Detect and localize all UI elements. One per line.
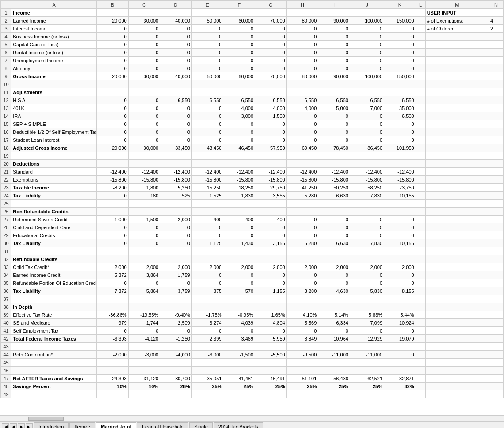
cell-k[interactable]: 10,924 [384,319,416,327]
cell-a[interactable]: Self Employment Tax [11,327,97,335]
cell-j[interactable]: -6,550 [350,96,384,104]
cell-a[interactable]: H S A [11,96,97,104]
cell-h[interactable]: 5,280 [286,192,318,200]
cell-j[interactable]: -2,000 [350,263,384,271]
cell-k[interactable] [384,255,416,263]
cell-g[interactable]: 0 [255,49,287,57]
cell-e[interactable]: 0 [191,128,223,136]
cell-d[interactable]: 0 [160,223,192,231]
cell-j[interactable] [350,208,384,216]
cell-d[interactable] [160,80,192,88]
cell-f[interactable] [223,200,255,208]
cell-e[interactable]: 0 [191,33,223,41]
cell-e[interactable] [191,88,223,96]
cell-b[interactable] [97,80,129,88]
cell-c[interactable]: 0 [128,327,160,335]
cell-j[interactable] [350,160,384,168]
cell-h[interactable]: 0 [286,120,318,128]
cell-d[interactable]: -6,550 [160,96,192,104]
cell-g[interactable]: -1,500 [255,112,287,120]
cell-i[interactable]: -6,550 [318,96,350,104]
cell-d[interactable]: 26% [160,383,192,390]
cell-d[interactable]: -4,000 [160,351,192,359]
cell-g[interactable]: -15,800 [255,176,287,184]
cell-h[interactable]: 0 [286,57,318,64]
cell-i[interactable]: 25% [318,383,350,390]
tab-head-of-household[interactable]: Head of Household [137,422,188,428]
cell-b[interactable]: -1,000 [97,216,129,223]
cell-b[interactable] [97,160,129,168]
cell-c[interactable]: 0 [128,104,160,112]
cell-e[interactable]: -2,000 [191,263,223,271]
cell-k[interactable]: -35,000 [384,104,416,112]
cell-f[interactable] [223,367,255,375]
cell-k[interactable] [384,343,416,351]
cell-f[interactable] [223,160,255,168]
cell-k[interactable]: -12,400 [384,168,416,176]
cell-g[interactable] [255,247,287,255]
cell-j[interactable] [350,390,384,398]
cell-b[interactable]: -6,393 [97,335,129,343]
cell-d[interactable]: 0 [160,279,192,287]
cell-e[interactable]: 0 [191,104,223,112]
cell-j[interactable]: 0 [350,25,384,33]
cell-d[interactable] [160,200,192,208]
cell-i[interactable] [318,367,350,375]
cell-k[interactable]: 150,000 [384,17,416,25]
cell-i[interactable]: 0 [318,112,350,120]
cell-i[interactable]: 0 [318,279,350,287]
cell-g[interactable]: 0 [255,64,287,72]
cell-e[interactable]: 25% [191,383,223,390]
tab-nav-btn-prev[interactable]: ◀ [10,423,17,428]
cell-a[interactable]: Total Federal Income Taxes [11,335,97,343]
cell-c[interactable]: 30,000 [128,17,160,25]
cell-j[interactable]: 0 [350,279,384,287]
cell-k[interactable] [384,208,416,216]
cell-a[interactable] [11,359,97,367]
cell-e[interactable]: 0 [191,231,223,239]
cell-b[interactable] [97,255,129,263]
tab-2014-tax-brackets[interactable]: 2014 Tax Brackets [214,422,263,428]
cell-h[interactable]: 0 [286,64,318,72]
cell-i[interactable] [318,255,350,263]
cell-c[interactable] [128,367,160,375]
cell-i[interactable]: 0 [318,49,350,57]
cell-f[interactable]: 0 [223,128,255,136]
cell-j[interactable] [350,295,384,303]
cell-f[interactable] [223,9,255,17]
cell-h[interactable]: -4,000 [286,104,318,112]
cell-e[interactable] [191,359,223,367]
cell-h[interactable]: 80,000 [286,72,318,80]
cell-j[interactable]: 0 [350,223,384,231]
cell-a[interactable]: SEP + SIMPLE [11,120,97,128]
cell-h[interactable]: 0 [286,25,318,33]
cell-a[interactable]: Net AFTER Taxes and Savings [11,375,97,383]
cell-b[interactable]: 0 [97,49,129,57]
cell-i[interactable] [318,200,350,208]
cell-c[interactable] [128,88,160,96]
cell-g[interactable]: 0 [255,33,287,41]
cell-h[interactable]: 0 [286,136,318,144]
cell-j[interactable] [350,200,384,208]
cell-k[interactable]: 82,871 [384,375,416,383]
cell-e[interactable]: 0 [191,41,223,49]
cell-c[interactable]: -3,000 [128,351,160,359]
cell-j[interactable]: 7,830 [350,192,384,200]
cell-j[interactable]: -11,000 [350,351,384,359]
cell-d[interactable]: 0 [160,136,192,144]
cell-k[interactable] [384,367,416,375]
cell-f[interactable]: -4,000 [223,104,255,112]
cell-c[interactable]: 0 [128,41,160,49]
cell-j[interactable] [350,247,384,255]
cell-g[interactable]: 0 [255,128,287,136]
cell-e[interactable]: 1,125 [191,239,223,247]
cell-i[interactable]: -11,000 [318,351,350,359]
cell-i[interactable] [318,152,350,160]
cell-h[interactable] [286,359,318,367]
cell-d[interactable]: 33,450 [160,144,192,152]
cell-f[interactable]: -2,000 [223,263,255,271]
cell-f[interactable]: 0 [223,41,255,49]
cell-c[interactable]: 0 [128,239,160,247]
cell-b[interactable] [97,152,129,160]
cell-h[interactable]: 25% [286,383,318,390]
